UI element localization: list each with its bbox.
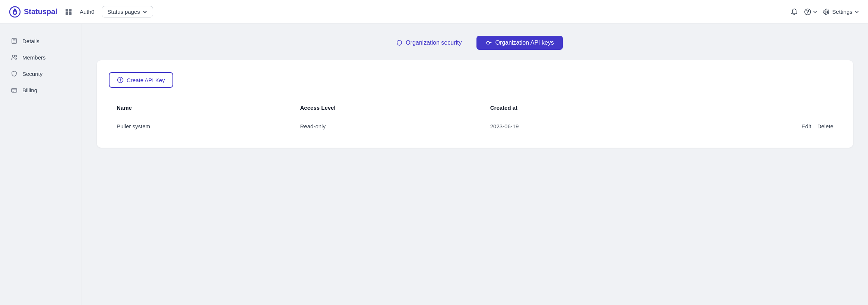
sidebar-item-billing[interactable]: Billing (0, 82, 82, 98)
svg-rect-5 (69, 12, 72, 15)
shield-icon (10, 70, 18, 77)
svg-rect-4 (66, 12, 68, 15)
settings-button[interactable]: Settings (823, 9, 859, 15)
bell-icon (791, 8, 798, 16)
sidebar-item-label: Details (22, 38, 39, 44)
grid-icon (65, 8, 72, 16)
main-content: Organization security Organization API k… (82, 24, 868, 305)
api-keys-table: Name Access Level Created at Puller syst… (109, 98, 841, 136)
sidebar-item-details[interactable]: Details (0, 33, 82, 49)
chevron-down-icon (142, 9, 148, 15)
statuspal-logo-icon (9, 6, 21, 18)
table-row: Puller system Read-only 2023-06-19 Edit … (109, 117, 841, 136)
tab-org-api-keys[interactable]: Organization API keys (476, 36, 563, 50)
brand-name: Statuspal (24, 7, 57, 16)
col-header-access-level: Access Level (293, 99, 483, 117)
help-chevron-icon (813, 10, 817, 14)
delete-button[interactable]: Delete (817, 123, 833, 129)
page-layout: Details Members Security (0, 24, 868, 305)
key-tab-icon (485, 39, 492, 46)
edit-button[interactable]: Edit (802, 123, 811, 129)
create-api-key-button[interactable]: Create API Key (109, 72, 173, 88)
cell-created-at: 2023-06-19 (483, 117, 647, 136)
shield-tab-icon (396, 39, 403, 46)
cell-access-level: Read-only (293, 117, 483, 136)
file-text-icon (10, 37, 18, 45)
help-button[interactable] (804, 8, 817, 16)
status-pages-button[interactable]: Status pages (102, 6, 153, 17)
cell-name: Puller system (109, 117, 293, 136)
top-navigation: Statuspal Auth0 Status pages (0, 0, 868, 24)
svg-point-1 (14, 12, 16, 14)
auth0-label: Auth0 (80, 9, 94, 15)
svg-point-7 (807, 13, 808, 13)
tab-org-security[interactable]: Organization security (387, 36, 471, 50)
billing-icon (10, 86, 18, 94)
settings-label: Settings (832, 9, 852, 15)
gear-icon (823, 9, 830, 15)
plus-circle-icon (117, 77, 124, 83)
svg-point-12 (12, 55, 15, 57)
brand-logo[interactable]: Statuspal (9, 6, 57, 18)
tab-row: Organization security Organization API k… (97, 36, 853, 50)
svg-point-13 (15, 55, 17, 57)
sidebar-item-label: Security (22, 71, 42, 77)
settings-chevron-icon (855, 10, 859, 14)
col-header-actions (647, 99, 841, 117)
bell-button[interactable] (791, 8, 798, 16)
col-header-created-at: Created at (483, 99, 647, 117)
sidebar: Details Members Security (0, 24, 82, 305)
sidebar-item-label: Members (22, 54, 46, 61)
svg-rect-2 (66, 9, 68, 12)
cell-actions: Edit Delete (647, 117, 841, 136)
sidebar-item-label: Billing (22, 87, 37, 93)
create-api-key-label: Create API Key (127, 77, 165, 83)
svg-rect-14 (12, 89, 17, 92)
users-icon (10, 54, 18, 61)
help-circle-icon (804, 8, 811, 16)
svg-rect-3 (69, 9, 72, 12)
api-keys-card: Create API Key Name Access Level Created… (97, 60, 853, 148)
sidebar-item-members[interactable]: Members (0, 49, 82, 65)
sidebar-item-security[interactable]: Security (0, 65, 82, 82)
col-header-name: Name (109, 99, 293, 117)
